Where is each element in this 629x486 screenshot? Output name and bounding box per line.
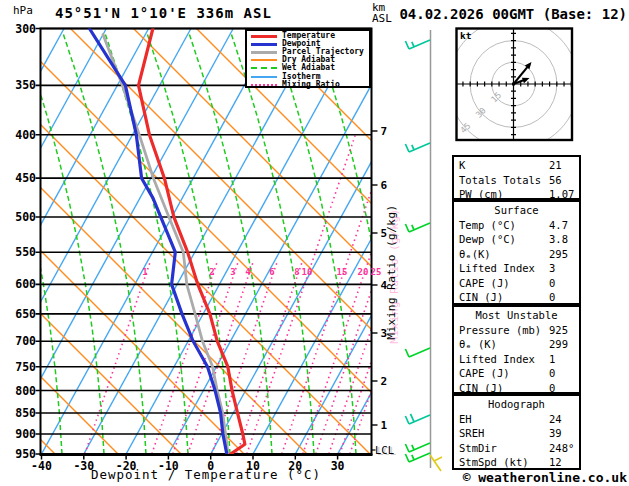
legend-swatch-dotted (251, 84, 277, 86)
panel-row-value: 1 (549, 352, 555, 367)
pressure-tick-labels: 3003504004505005506006507007508008509009… (15, 22, 36, 462)
mixing-ratio-axis-label: Mixing Ratio (g/kg) (385, 204, 398, 339)
panel-row: CAPE (J)0 (454, 366, 579, 381)
hodograph-unit-label: kt (460, 30, 471, 41)
panel-row-label: Lifted Index (459, 353, 535, 365)
panel-row-value: 56 (549, 173, 562, 188)
legend-label: Mixing Ratio (282, 81, 340, 89)
mixing-ratio-label: 15 (337, 267, 348, 277)
pressure-unit-label: hPa (13, 4, 33, 17)
panel-row: CIN (J)0 (454, 381, 579, 396)
panel-row-value: 299 (549, 337, 568, 352)
wind-barb-column (405, 30, 442, 471)
mixing-ratio-label: 1 (142, 267, 147, 277)
copyright-label: © weatheronline.co.uk (463, 470, 627, 485)
panel-row-label: CIN (J) (459, 382, 503, 394)
legend-item: Mixing Ratio (251, 81, 369, 89)
panel-row-value: 21 (549, 158, 562, 173)
panel-row: StmSpd (kt)12 (454, 455, 579, 470)
lcl-label: LCL (375, 444, 394, 456)
pressure-tick-label: 850 (15, 406, 36, 420)
sounding-page: 1234681015202530035040045050055060065070… (0, 0, 629, 486)
panel-row: Lifted Index1 (454, 352, 579, 367)
mixing-ratio-label: 4 (245, 267, 251, 277)
legend-swatch-dashed (251, 67, 277, 69)
panel-row: Pressure (mb)925 (454, 323, 579, 338)
panel-row-label: Lifted Index (459, 262, 535, 274)
mixing-ratio-label: 3 (230, 267, 235, 277)
panel-row-value: 0 (549, 366, 555, 381)
pressure-tick-label: 500 (15, 210, 36, 224)
panel-row-value: 3.8 (549, 232, 568, 247)
pressure-tick-label: 450 (15, 171, 36, 185)
wind-barb (405, 414, 430, 424)
panel-row-label: CAPE (J) (459, 277, 510, 289)
legend-swatch-solid (251, 59, 277, 61)
panel-row-label: K (459, 159, 465, 171)
panel-row: Temp (°C)4.7 (454, 218, 579, 233)
panel-row: EH24 (454, 412, 579, 427)
pressure-tick-label: 550 (15, 245, 36, 259)
pressure-tick-label: 650 (15, 307, 36, 321)
panel-row: StmDir248° (454, 441, 579, 456)
wind-barb (405, 223, 430, 232)
panel-header: Surface (454, 203, 579, 218)
km-tick-label: 1 (381, 419, 388, 432)
pressure-tick-label: 300 (15, 22, 36, 36)
wind-barb (405, 40, 430, 49)
wind-barb (405, 143, 430, 152)
panel-row: SREH39 (454, 426, 579, 441)
run-date-label: 04.02.2026 00GMT (Base: 12) (399, 6, 627, 22)
panel-row: Dewp (°C)3.8 (454, 232, 579, 247)
panel-row-value: 248° (549, 441, 574, 456)
panel-row-value: 0 (549, 381, 555, 396)
mixing-ratio-label: 20 (358, 267, 369, 277)
panel-header: Hodograph (454, 397, 579, 412)
wind-barb (405, 348, 430, 357)
panel-indices: K21Totals Totals56PW (cm)1.07 (452, 155, 581, 200)
legend: TemperatureDewpointParcel TrajectoryDry … (245, 29, 371, 88)
panel-hodograph: HodographEH24SREH39StmDir248°StmSpd (kt)… (452, 394, 581, 470)
temperature-tick-label: 30 (331, 459, 345, 473)
legend-swatch-solid (251, 51, 277, 54)
mixing-ratio-label: 10 (302, 267, 313, 277)
wind-barb (405, 453, 430, 462)
panel-row-label: CIN (J) (459, 291, 503, 303)
panel-row-value: 0 (549, 290, 555, 305)
panel-row: Totals Totals56 (454, 173, 579, 188)
km-tick-label: 7 (381, 125, 388, 138)
panel-row-label: CAPE (J) (459, 367, 510, 379)
panel-row-value: 12 (549, 455, 562, 470)
legend-swatch-solid (251, 43, 277, 46)
pressure-tick-label: 400 (15, 128, 36, 142)
mixing-ratio-label: 25 (371, 267, 382, 277)
pressure-tick-label: 350 (15, 78, 36, 92)
pressure-tick-label: 750 (15, 360, 36, 374)
panel-row: CIN (J)0 (454, 290, 579, 305)
wind-barb (430, 455, 442, 471)
panel-row-value: 4.7 (549, 218, 568, 233)
panel-row-label: Pressure (mb) (459, 324, 541, 336)
panel-row-value: 0 (549, 276, 555, 291)
mixing-ratio-label: 2 (209, 267, 214, 277)
panel-row-label: Totals Totals (459, 174, 541, 186)
km-tick-label: 2 (381, 375, 388, 388)
pressure-tick-label: 800 (15, 384, 36, 398)
page-title: 45°51'N 1°10'E 336m ASL (55, 5, 272, 21)
panel-row-value: 24 (549, 412, 562, 427)
panel-row-label: Temp (°C) (459, 219, 516, 231)
panel-row: θₑ(K)295 (454, 247, 579, 262)
mixing-ratio-value-labels: 12346810152025 (142, 267, 381, 277)
panel-row-label: θₑ(K) (459, 248, 491, 260)
panel-row-label: EH (459, 413, 472, 425)
panel-row-value: 3 (549, 261, 555, 276)
panel-surface: SurfaceTemp (°C)4.7Dewp (°C)3.8θₑ(K)295L… (452, 200, 581, 305)
legend-swatch-solid (251, 35, 277, 38)
panel-row-label: Dewp (°C) (459, 233, 516, 245)
mixing-ratio-label: 6 (269, 267, 274, 277)
panel-row-label: PW (cm) (459, 188, 503, 200)
altitude-unit-label: kmASL (372, 2, 392, 24)
panel-row-label: θₑ (K) (459, 338, 497, 350)
panel-row: CAPE (J)0 (454, 276, 579, 291)
panel-row: θₑ (K)299 (454, 337, 579, 352)
